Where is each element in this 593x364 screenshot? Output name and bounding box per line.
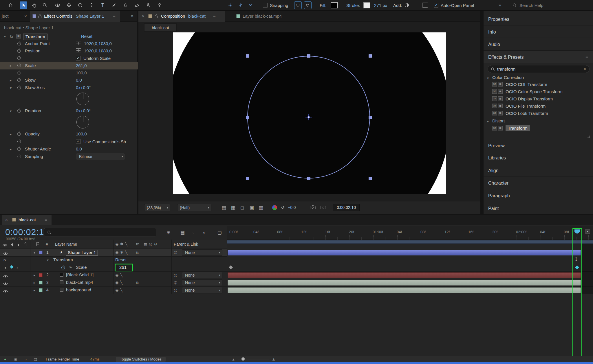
work-area-bar[interactable] xyxy=(227,240,593,244)
panel-header-properties[interactable]: Properties xyxy=(484,13,593,25)
shy-layers-icon[interactable]: ≈ xyxy=(192,230,194,235)
brush-tool-icon[interactable] xyxy=(110,1,118,9)
selection-handle[interactable] xyxy=(246,116,249,119)
effects-search-box[interactable]: × xyxy=(488,65,590,73)
stopwatch-icon[interactable] xyxy=(17,132,21,136)
skew-value[interactable]: 0,0 xyxy=(76,78,82,83)
parent-dropdown[interactable]: None▾ xyxy=(182,272,222,278)
layer-switches[interactable]: ◉╲ xyxy=(115,273,124,277)
current-timecode[interactable]: 0:00:02:10 xyxy=(5,227,49,237)
layer-bar-background[interactable] xyxy=(228,287,581,293)
selection-tool-icon[interactable] xyxy=(20,1,27,9)
bottom-scrollbar-strip[interactable] xyxy=(0,362,593,364)
panel-header-info[interactable]: Info xyxy=(484,25,593,38)
anchor-point-icon[interactable] xyxy=(305,114,312,122)
mini-flowchart-icon[interactable]: ⊞ xyxy=(166,230,170,235)
layer-bar-mp4[interactable] xyxy=(228,280,581,286)
transform-reset-button[interactable]: Reset xyxy=(115,257,127,262)
add-property-icon[interactable] xyxy=(405,3,409,7)
comp-timecode-chip[interactable]: 0:00:02:10 xyxy=(333,204,360,211)
frame-blend-icon[interactable]: ◐ xyxy=(203,230,206,235)
group-expander-icon[interactable]: ▾ xyxy=(487,120,489,124)
layer-switches[interactable]: ◉╲ xyxy=(115,280,124,285)
effect-item[interactable]: OCIO File Transform xyxy=(506,104,546,109)
position-value[interactable]: 1920,0,1080,0 xyxy=(84,48,112,54)
toggle-switches-modes-button[interactable]: Toggle Switches / Modes xyxy=(116,357,166,362)
composition-tab[interactable]: × Composition black-cat ≡ xyxy=(138,11,225,22)
effects-group-label[interactable]: Color Correction xyxy=(492,75,524,80)
next-keyframe-icon[interactable]: ▸ xyxy=(17,266,19,270)
effects-search-input[interactable] xyxy=(497,66,578,72)
lock-icon[interactable] xyxy=(38,14,42,19)
zoom-out-mountain-icon[interactable]: ▲ xyxy=(232,357,235,361)
layer-switches-pane-icon[interactable]: ◉ xyxy=(14,357,17,362)
search-help-field[interactable]: Search Help xyxy=(519,3,543,8)
selection-handle[interactable] xyxy=(369,116,372,119)
effect-expander-icon[interactable]: ▾ xyxy=(4,34,6,38)
layer-expander-icon[interactable]: ▸ xyxy=(34,281,35,285)
tab-overflow-chevron[interactable]: » xyxy=(131,13,133,19)
panel-menu-icon[interactable]: ≡ xyxy=(213,13,216,19)
current-keyframe-indicator[interactable] xyxy=(10,265,14,269)
layer-color-chip[interactable] xyxy=(39,273,43,277)
mask-visibility-icon[interactable]: ◻ xyxy=(240,205,244,210)
parent-link-column-header[interactable]: Parent & Link xyxy=(174,242,198,247)
layer-name[interactable]: [Black Solid 1] xyxy=(66,272,94,277)
snapping-checkbox[interactable] xyxy=(263,3,268,8)
prev-keyframe-icon[interactable]: ◂ xyxy=(4,266,6,270)
parent-dropdown[interactable]: None▾ xyxy=(182,249,222,256)
transform-group-label[interactable]: Transform xyxy=(53,257,73,262)
skew-axis-expander-icon[interactable]: ▾ xyxy=(10,86,12,90)
world-axis-mode-icon[interactable] xyxy=(237,1,244,9)
selection-handle[interactable] xyxy=(369,54,372,58)
transparency-grid-icon[interactable]: ▩ xyxy=(259,205,263,210)
group-expander-icon[interactable]: ▾ xyxy=(487,76,489,80)
eye-icon[interactable] xyxy=(3,274,8,279)
clone-stamp-tool-icon[interactable] xyxy=(122,1,129,9)
magnification-dropdown[interactable]: (33,3%)▾ xyxy=(144,204,170,211)
layer-expander-icon[interactable]: ▸ xyxy=(34,273,35,277)
opacity-value[interactable]: 100,0 xyxy=(76,131,87,137)
region-of-interest-icon[interactable]: ▣ xyxy=(250,205,254,210)
skew-axis-dial[interactable] xyxy=(76,93,89,105)
panel-menu-icon[interactable]: ≡ xyxy=(45,217,47,222)
scale-stopwatch-icon[interactable] xyxy=(61,266,65,269)
selection-handle[interactable] xyxy=(246,177,249,180)
composition-viewport[interactable] xyxy=(173,32,446,194)
parent-pickwhip-icon[interactable]: ◎ xyxy=(174,250,177,255)
layer-color-chip[interactable] xyxy=(39,251,43,254)
panel-header-paragraph[interactable]: Paragraph xyxy=(484,189,593,202)
stopwatch-icon[interactable] xyxy=(17,140,21,143)
layer-color-chip[interactable] xyxy=(39,281,43,284)
layer-bar-black-solid[interactable] xyxy=(228,272,581,278)
close-tab-icon[interactable]: × xyxy=(24,14,27,19)
show-channel-icon[interactable] xyxy=(272,205,277,210)
scale-property-label[interactable]: Scale xyxy=(76,265,87,270)
render-status-icon[interactable]: ● xyxy=(4,357,6,362)
layer-fx-switch[interactable]: fx xyxy=(136,281,139,285)
parent-pickwhip-icon[interactable]: ◎ xyxy=(174,280,177,285)
viewer-tab[interactable]: black-cat xyxy=(144,23,177,32)
shape-tool-icon[interactable] xyxy=(76,1,84,9)
eraser-tool-icon[interactable] xyxy=(133,1,141,9)
type-tool-icon[interactable]: T xyxy=(99,1,107,9)
stopwatch-icon[interactable] xyxy=(17,64,21,67)
stopwatch-icon[interactable] xyxy=(17,49,21,53)
pan-behind-tool-icon[interactable] xyxy=(65,1,73,9)
close-tab-icon[interactable]: × xyxy=(142,14,144,19)
sampling-dropdown[interactable]: Bilinear ▾ xyxy=(76,153,125,160)
stroke-swatch[interactable] xyxy=(363,2,370,8)
view-axis-mode-icon[interactable] xyxy=(247,1,254,9)
parent-pickwhip-icon[interactable]: ◎ xyxy=(174,288,177,293)
layer-expander-icon[interactable]: ▾ xyxy=(34,251,35,255)
layer-color-chip[interactable] xyxy=(39,288,43,292)
panel-menu-icon[interactable]: ≡ xyxy=(585,54,588,60)
panel-header-character[interactable]: Character xyxy=(484,177,593,189)
scale-property-value[interactable]: 261 xyxy=(119,265,127,270)
panel-header-align[interactable]: Align xyxy=(484,164,593,177)
layer-switches[interactable]: ◉✱╲ xyxy=(115,250,129,255)
eye-icon[interactable] xyxy=(3,289,8,294)
stopwatch-icon[interactable] xyxy=(17,42,21,45)
scale-expander-icon[interactable]: ▸ xyxy=(10,64,12,68)
zoom-tool-icon[interactable] xyxy=(41,1,49,9)
